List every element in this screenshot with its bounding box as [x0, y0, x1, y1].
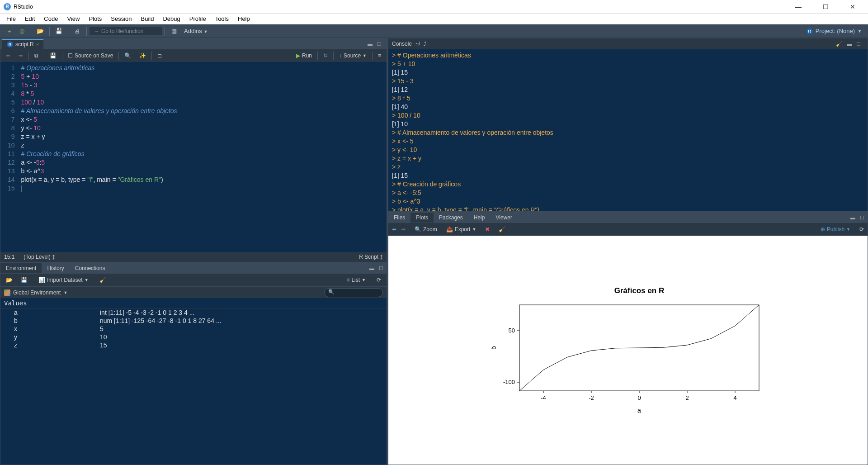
maximize-button[interactable]: ☐: [817, 3, 834, 10]
minimize-plots-icon[interactable]: ▬: [849, 215, 857, 221]
refresh-env-button[interactable]: ⟳: [374, 276, 384, 284]
plots-tab-files[interactable]: Files: [388, 213, 410, 223]
new-file-button[interactable]: ＋: [4, 26, 14, 37]
env-search-input[interactable]: 🔍: [324, 288, 383, 297]
source-pane: R script.R × ▬ ☐ ⬅ ➡ ⧉ 💾 ☐ Source on Sav…: [0, 38, 387, 262]
save-workspace-button[interactable]: 💾: [18, 276, 30, 284]
clear-env-button[interactable]: 🧹: [97, 276, 109, 284]
goto-file-function-input[interactable]: → Go to file/function: [90, 27, 162, 35]
console-pane: Console ~/ ⤴ 🧹 ▬ ☐ > # Operaciones aritm…: [388, 38, 868, 212]
rerun-button[interactable]: ↻: [321, 52, 330, 60]
source-tab-script[interactable]: R script.R ×: [2, 39, 43, 49]
line-gutter: 123456789101112131415: [0, 62, 19, 252]
save-source-button[interactable]: 💾: [47, 52, 59, 60]
plots-toolbar: ⬅ ➡ 🔍 Zoom 📤 Export ▼ ✖ 🧹 ⊕ Publish ▼ ⟳: [388, 223, 868, 236]
plots-tab-plots[interactable]: Plots: [410, 213, 434, 223]
file-type-selector[interactable]: R Script ‡: [359, 254, 383, 260]
project-dropdown[interactable]: R Project: (None) ▼: [803, 27, 865, 35]
new-project-button[interactable]: ◎: [16, 26, 27, 37]
print-button[interactable]: 🖨: [72, 26, 83, 37]
maximize-console-icon[interactable]: ☐: [855, 41, 862, 47]
menu-view[interactable]: View: [62, 14, 84, 24]
code-body[interactable]: # Operaciones aritméticas5 + 1015 - 38 *…: [19, 62, 387, 252]
env-scope-dropdown[interactable]: Global Environment ▼: [4, 289, 67, 296]
open-file-button[interactable]: 📂: [35, 26, 46, 37]
publish-dropdown[interactable]: ⊕ Publish ▼: [821, 226, 850, 232]
console-label: Console: [392, 41, 412, 47]
svg-text:0: 0: [637, 394, 641, 401]
menu-profile[interactable]: Profile: [185, 14, 211, 24]
maximize-pane-icon[interactable]: ☐: [376, 41, 383, 47]
plots-tab-viewer[interactable]: Viewer: [490, 213, 517, 223]
main-toolbar: ＋ ◎ 📂 💾 🖨 → Go to file/function ▦ Addins…: [0, 24, 868, 38]
app-title: RStudio: [14, 4, 33, 10]
clear-console-icon[interactable]: 🧹: [835, 41, 844, 47]
left-column: R script.R × ▬ ☐ ⬅ ➡ ⧉ 💾 ☐ Source on Sav…: [0, 38, 388, 465]
source-on-save-checkbox[interactable]: ☐ Source on Save: [65, 52, 116, 60]
svg-text:-4: -4: [541, 394, 546, 401]
scope-selector[interactable]: (Top Level) ‡: [24, 254, 55, 260]
clear-plots-button[interactable]: 🧹: [499, 226, 505, 232]
console-output[interactable]: > # Operaciones aritméticas> 5 + 10[1] 1…: [388, 49, 868, 211]
source-editor[interactable]: 123456789101112131415 # Operaciones arit…: [0, 62, 387, 252]
close-tab-icon[interactable]: ×: [36, 42, 39, 47]
compile-button[interactable]: ◻: [155, 52, 165, 60]
plots-tabs: FilesPlotsPackagesHelpViewer ▬ ☐: [388, 212, 868, 223]
popout-console-icon[interactable]: ⤴: [424, 41, 426, 47]
svg-text:-100: -100: [503, 379, 515, 385]
menu-session[interactable]: Session: [106, 14, 136, 24]
export-dropdown[interactable]: 📤 Export ▼: [446, 226, 476, 232]
env-tabs: EnvironmentHistoryConnections ▬ ☐: [0, 263, 387, 274]
env-var-row[interactable]: aint [1:11] -5 -4 -3 -2 -1 0 1 2 3 4 ...: [0, 308, 387, 317]
minimize-button[interactable]: —: [790, 3, 807, 10]
source-button[interactable]: ↓ Source ▼: [336, 52, 369, 60]
back-button[interactable]: ⬅: [3, 52, 13, 60]
menu-debug[interactable]: Debug: [158, 14, 184, 24]
env-tab-environment[interactable]: Environment: [0, 263, 42, 273]
load-workspace-button[interactable]: 📂: [3, 276, 15, 284]
next-plot-button[interactable]: ➡: [401, 226, 406, 232]
menu-tools[interactable]: Tools: [211, 14, 233, 24]
minimize-console-icon[interactable]: ▬: [845, 41, 853, 47]
remove-plot-button[interactable]: ✖: [485, 226, 490, 232]
svg-text:4: 4: [733, 394, 736, 401]
minimize-env-icon[interactable]: ▬: [368, 266, 376, 271]
prev-plot-button[interactable]: ⬅: [392, 226, 396, 232]
env-section-header: Values: [0, 298, 387, 308]
r-env-icon: [4, 289, 10, 296]
menu-build[interactable]: Build: [137, 14, 159, 24]
env-var-row[interactable]: x5: [0, 325, 387, 333]
show-in-new-window-button[interactable]: ⧉: [32, 52, 41, 60]
env-var-row[interactable]: y10: [0, 333, 387, 341]
outline-button[interactable]: ≡: [375, 52, 384, 60]
menubar: FileEditCodeViewPlotsSessionBuildDebugPr…: [0, 14, 868, 24]
zoom-button[interactable]: 🔍 Zoom: [415, 226, 437, 232]
menu-plots[interactable]: Plots: [84, 14, 106, 24]
env-tab-connections[interactable]: Connections: [70, 263, 111, 273]
plots-tab-help[interactable]: Help: [468, 213, 491, 223]
find-button[interactable]: 🔍: [122, 52, 134, 60]
run-button[interactable]: ▶ Run: [293, 52, 315, 60]
addins-dropdown[interactable]: Addins ▼: [180, 27, 211, 35]
menu-help[interactable]: Help: [233, 14, 255, 24]
grid-button[interactable]: ▦: [169, 26, 179, 37]
maximize-env-icon[interactable]: ☐: [377, 266, 385, 271]
env-tab-history[interactable]: History: [42, 263, 69, 273]
env-var-row[interactable]: bnum [1:11] -125 -64 -27 -8 -1 0 1 8 27 …: [0, 317, 387, 325]
env-var-row[interactable]: z15: [0, 341, 387, 349]
import-dataset-dropdown[interactable]: 📊 Import Dataset ▼: [36, 276, 91, 284]
menu-code[interactable]: Code: [39, 14, 62, 24]
maximize-plots-icon[interactable]: ☐: [859, 215, 866, 221]
minimize-pane-icon[interactable]: ▬: [366, 41, 374, 47]
menu-edit[interactable]: Edit: [20, 14, 39, 24]
svg-text:a: a: [637, 407, 641, 414]
plots-tab-packages[interactable]: Packages: [434, 213, 468, 223]
save-button[interactable]: 💾: [53, 26, 64, 37]
refresh-plot-button[interactable]: ⟳: [859, 226, 864, 232]
wand-button[interactable]: ✨: [137, 52, 149, 60]
forward-button[interactable]: ➡: [16, 52, 26, 60]
env-view-dropdown[interactable]: ≡ List ▼: [344, 276, 368, 284]
menu-file[interactable]: File: [2, 14, 20, 24]
close-button[interactable]: ✕: [844, 3, 861, 10]
source-statusbar: 15:1 (Top Level) ‡ R Script ‡: [0, 252, 387, 262]
